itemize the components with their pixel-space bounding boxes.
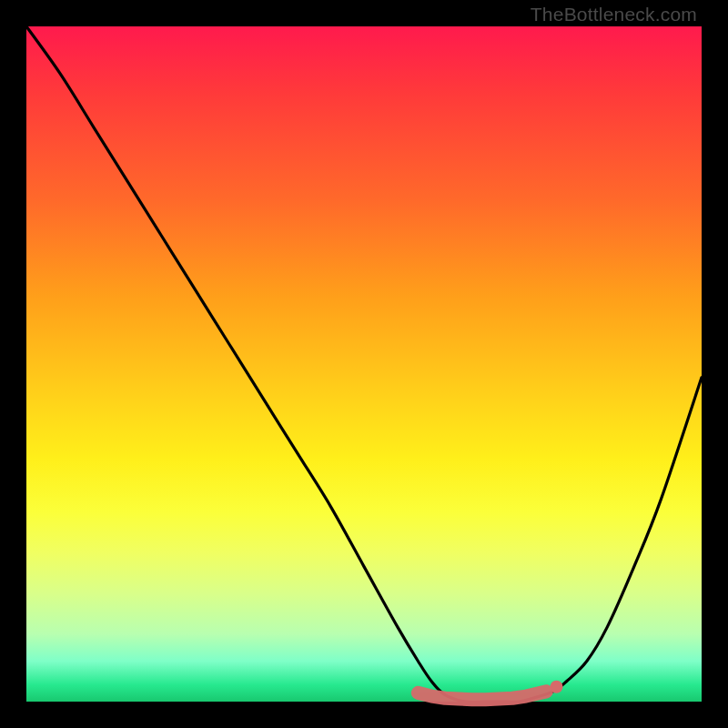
bottleneck-curve: [26, 26, 702, 702]
plot-area: [26, 26, 702, 702]
chart-frame: TheBottleneck.com: [0, 0, 728, 728]
attribution-text: TheBottleneck.com: [531, 4, 697, 25]
